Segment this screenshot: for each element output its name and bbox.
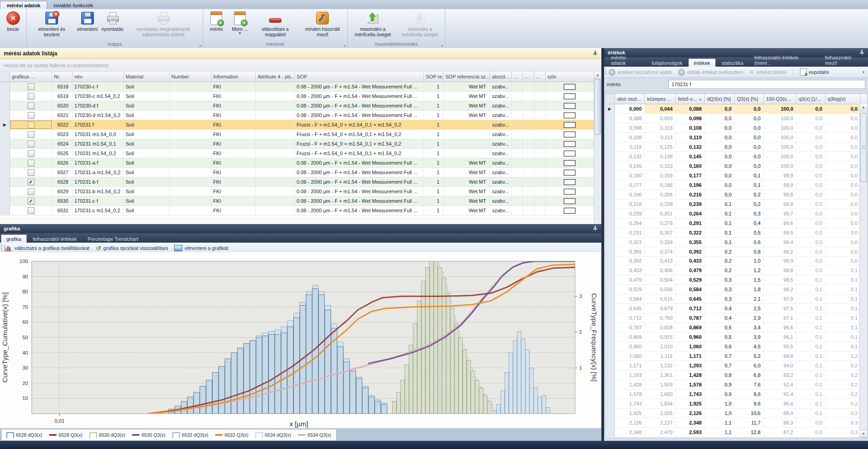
meres-input[interactable]: 170231 f <box>668 80 865 89</box>
ribbon-button-save-close[interactable]: ✕elmenteni és bezárni <box>28 10 75 38</box>
graph-checkbox[interactable] <box>28 83 34 90</box>
table-row[interactable]: ✓6530170231-c fSoilFKI0.08 - 2000 µm - F… <box>0 196 601 206</box>
values-tab-2[interactable]: értékek <box>688 59 716 67</box>
graph-checkbox[interactable] <box>28 150 34 157</box>
values-row[interactable]: 0,3220,3390,3550,10,699,40,00,0 <box>605 238 867 247</box>
table-row[interactable]: 6527170231-a m1.54_0,2SoilFKI0.08 - 2000… <box>0 168 601 177</box>
ribbon-button-print[interactable]: nyomtatás <box>100 10 125 33</box>
color-swatch[interactable] <box>564 122 575 128</box>
values-row[interactable]: 0,8690,9150,9600,53,996,10,10,1 <box>605 332 867 342</box>
column-header-12[interactable]: ... <box>523 72 534 82</box>
values-row[interactable]: 0,3920,4130,4330,21,099,00,00,0 <box>605 257 867 266</box>
values-row[interactable]: 0,1450,1530,1600,00,0100,00,00,0 <box>605 161 867 171</box>
graph-checkbox[interactable] <box>28 188 34 195</box>
graph-toolbar-button-1[interactable]: ↺grafika opciókat visszaállítani <box>96 244 168 252</box>
values-column-header-3[interactable]: dQ3(x) [%] <box>705 94 735 104</box>
column-header-0[interactable]: grafikus ... <box>10 72 52 82</box>
column-header-14[interactable]: szin <box>546 72 594 82</box>
values-row[interactable]: 0,3550,3740,3920,20,899,20,00,0 <box>605 247 867 257</box>
table-row[interactable]: 6529170231-b m1.54_0,2SoilFKI0.08 - 2000… <box>0 187 601 196</box>
scroll-up-arrow[interactable]: ▲ <box>594 72 601 79</box>
values-row[interactable]: 0,7870,8280,8690,53,496,60,10,1 <box>605 323 867 332</box>
values-column-header-4[interactable]: Q3(x) [%] <box>735 94 764 104</box>
graph-checkbox[interactable] <box>28 169 34 176</box>
table-row[interactable]: ✓6528170231-b fSoilFKI0.08 - 2000 µm - F… <box>0 177 601 187</box>
column-header-2[interactable]: név <box>73 72 124 82</box>
ribbon-button-maximize[interactable]: maximálni a mérőcella üveget <box>349 10 396 38</box>
pin-icon[interactable] <box>593 225 598 232</box>
color-swatch[interactable] <box>564 170 575 176</box>
color-swatch[interactable] <box>564 93 575 99</box>
graph-tab-2[interactable]: Percentage Trendchart <box>83 235 143 243</box>
color-swatch[interactable] <box>564 84 575 90</box>
values-row[interactable]: 0,5290,5560,5840,31,898,20,10,1 <box>605 285 867 294</box>
graph-checkbox[interactable] <box>28 131 34 138</box>
column-header-13[interactable]: ... <box>534 72 546 82</box>
values-column-header-0[interactable]: alsó oszt... <box>615 94 645 104</box>
column-header-9[interactable]: SOP referencia sz... <box>444 72 490 82</box>
ribbon-tab-tovabbi-funkciok[interactable]: további funkciók <box>47 1 99 9</box>
column-header-4[interactable]: Number <box>170 72 211 82</box>
table-row[interactable]: 6524170231 m1.54_0,1SoilFKIFruzsi - F + … <box>0 139 601 149</box>
toolbar-overflow-icon[interactable]: ▼ <box>862 70 865 74</box>
color-swatch[interactable] <box>564 103 575 109</box>
values-row[interactable]: 0,4330,4560,4790,21,298,80,00,1 <box>605 266 867 275</box>
values-row[interactable]: 1,9252,0252,1261,010,689,40,10,2 <box>605 409 867 418</box>
values-row[interactable]: 0,1600,1690,1770,00,199,90,00,0 <box>605 171 867 181</box>
column-header-1[interactable]: Nr. <box>52 72 73 82</box>
values-row[interactable]: 1,5781,6601,7430,98,691,40,10,2 <box>605 390 867 399</box>
values-row[interactable]: 0,7120,7500,7870,42,997,10,10,1 <box>605 313 867 323</box>
graph-tab-0[interactable]: grafika <box>1 234 27 243</box>
color-swatch[interactable] <box>564 160 575 166</box>
graph-checkbox[interactable]: ✓ <box>28 179 34 185</box>
values-row[interactable]: 0,0980,1030,1080,00,0100,00,00,0 <box>605 123 867 133</box>
graph-checkbox[interactable] <box>28 207 34 214</box>
values-tab-3[interactable]: statisztika <box>717 59 748 67</box>
values-row[interactable]: 0,1190,1250,1320,00,0100,00,00,0 <box>605 142 867 152</box>
graph-checkbox[interactable] <box>28 93 34 100</box>
measurement-table-scrollbar[interactable]: ▲ <box>594 72 601 224</box>
values-column-header-1[interactable]: közepes ... <box>645 94 676 104</box>
values-row[interactable]: 0,6450,6790,7120,42,597,50,10,1 <box>605 304 867 313</box>
values-row[interactable]: 0,1770,1860,1960,00,199,90,00,0 <box>605 181 867 190</box>
color-swatch[interactable] <box>564 208 575 214</box>
column-header-6[interactable]: Attribute 4 - pls... <box>256 72 295 82</box>
ribbon-button-measure[interactable]: +mérés <box>205 10 228 33</box>
values-row[interactable]: 0,0880,0930,0980,00,0100,00,00,0 <box>605 114 867 123</box>
column-header-11[interactable]: ... <box>512 72 523 82</box>
table-row[interactable]: 6531170231-c m1.54_0,2SoilFKI0.08 - 2000… <box>0 206 601 215</box>
pin-icon[interactable] <box>593 50 598 57</box>
scrollbar-thumb[interactable] <box>860 113 867 182</box>
color-swatch[interactable] <box>564 179 575 185</box>
values-toolbar-button-3[interactable]: expotálni <box>800 68 829 76</box>
column-header-8[interactable]: SOP re... <box>424 72 444 82</box>
values-row[interactable]: 2,3482,4702,5931,112,887,20,00,3 <box>605 428 867 437</box>
graph-checkbox[interactable]: ✓ <box>28 198 34 205</box>
ribbon-button-remove[interactable]: eltávolítani a mappából <box>252 10 299 38</box>
ribbon-button-measure-more[interactable]: +More ...▼ <box>228 10 252 36</box>
ribbon-tab-meresi-adatok[interactable]: mérési adatok <box>0 1 47 9</box>
graph-checkbox[interactable] <box>28 112 34 119</box>
table-row[interactable]: 6525170231 m1.54_0,2SoilFKIFruzsi - F + … <box>0 149 601 158</box>
values-tab-1[interactable]: tulajdonságok <box>647 59 688 67</box>
values-row[interactable]: 0,1320,1380,1450,00,0100,00,00,0 <box>605 152 867 161</box>
values-tab-5[interactable]: felhasználói mező <box>820 54 868 67</box>
values-column-header-2[interactable]: felső o...▲ <box>676 94 705 104</box>
values-row[interactable]: 0,5840,6150,6450,32,197,90,10,1 <box>605 294 867 304</box>
values-column-header-7[interactable]: q3log(x) <box>825 94 861 104</box>
values-row[interactable]: 0,2160,2280,2390,10,299,80,00,0 <box>605 200 867 209</box>
ribbon-button-close[interactable]: ✕bezár <box>1 10 25 33</box>
values-grid-scrollbar[interactable]: ▲▼ <box>859 104 867 438</box>
graph-toolbar-button-2[interactable]: elmenteni a grafikát <box>174 245 228 251</box>
color-swatch[interactable] <box>564 132 575 137</box>
graph-checkbox[interactable] <box>28 160 34 166</box>
values-row[interactable]: 0,1960,2060,2160,00,299,80,00,0 <box>605 190 867 200</box>
values-row[interactable]: 1,7431,8341,9251,09,690,40,10,2 <box>605 399 867 409</box>
table-row[interactable]: 6519170230-c m1.54_0,2SoilFKI0.08 - 2000… <box>0 92 601 101</box>
color-swatch[interactable] <box>564 112 575 118</box>
values-row[interactable]: ▶0,0000,0440,0880,00,0100,00,00,0 <box>605 104 867 114</box>
values-row[interactable]: 1,1711,2321,2930,76,094,00,10,2 <box>605 361 867 371</box>
table-row[interactable]: ▶6522170231 fSoilFKIFruzsi - F + m1.54_0… <box>0 120 601 130</box>
column-header-7[interactable]: SOP <box>295 72 424 82</box>
values-row[interactable]: 1,2931,3611,4280,86,893,20,10,2 <box>605 371 867 380</box>
